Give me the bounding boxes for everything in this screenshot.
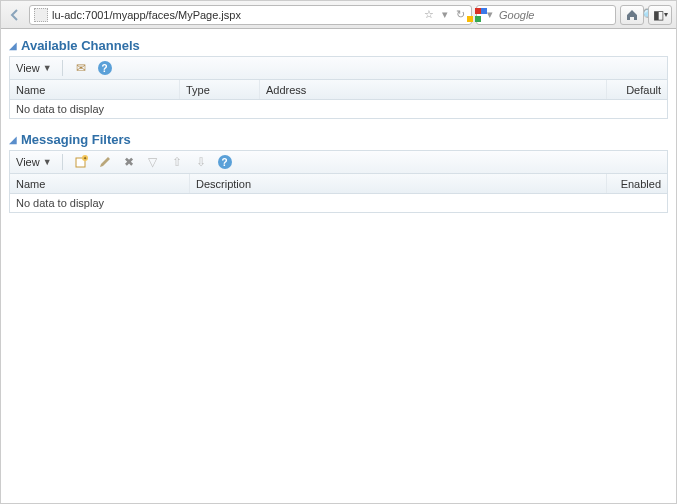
delete-icon[interactable]: ✖: [121, 154, 137, 170]
panel-header: ◢ Messaging Filters: [9, 129, 668, 150]
panel-title: Messaging Filters: [21, 132, 131, 147]
channels-table-body: No data to display: [9, 100, 668, 119]
channels-column-headers: Name Type Address Default: [9, 80, 668, 100]
move-up-icon: ⇧: [169, 154, 185, 170]
channels-toolbar: View ▼ ✉ ?: [9, 56, 668, 80]
panel-header: ◢ Available Channels: [9, 35, 668, 56]
create-icon[interactable]: ✦: [73, 154, 89, 170]
bookmarks-button[interactable]: ◧▾: [648, 5, 672, 25]
browser-toolbar: ☆ ▾ ↻ ▾ 🔍 ◧▾: [1, 1, 676, 29]
help-icon: ?: [98, 61, 112, 75]
available-channels-panel: ◢ Available Channels View ▼ ✉ ? Name Typ…: [9, 35, 668, 119]
separator: [62, 60, 63, 76]
separator: [62, 154, 63, 170]
empty-message: No data to display: [16, 197, 104, 209]
url-bar[interactable]: ☆ ▾ ↻: [29, 5, 472, 25]
filter-icon: ▽: [145, 154, 161, 170]
filters-table-body: No data to display: [9, 194, 668, 213]
column-address[interactable]: Address: [260, 80, 607, 99]
column-type[interactable]: Type: [180, 80, 260, 99]
help-icon: ?: [218, 155, 232, 169]
column-default[interactable]: Default: [607, 80, 667, 99]
filters-toolbar: View ▼ ✦ ✖ ▽ ⇧ ⇩ ?: [9, 150, 668, 174]
column-name[interactable]: Name: [10, 80, 180, 99]
filters-column-headers: Name Description Enabled: [9, 174, 668, 194]
column-enabled[interactable]: Enabled: [607, 174, 667, 193]
site-identity-icon: [34, 8, 48, 22]
search-input[interactable]: [499, 9, 638, 21]
search-bar[interactable]: ▾ 🔍: [476, 5, 616, 25]
edit-icon[interactable]: [97, 154, 113, 170]
move-down-icon: ⇩: [193, 154, 209, 170]
url-input[interactable]: [52, 9, 418, 21]
home-button[interactable]: [620, 5, 644, 25]
disclose-icon[interactable]: ◢: [9, 40, 17, 51]
page-content: ◢ Available Channels View ▼ ✉ ? Name Typ…: [1, 29, 676, 229]
panel-title: Available Channels: [21, 38, 140, 53]
view-menu-label: View: [16, 156, 40, 168]
history-dropdown-icon[interactable]: ▾: [440, 8, 450, 21]
view-menu-label: View: [16, 62, 40, 74]
back-button[interactable]: [5, 5, 25, 25]
reload-button[interactable]: ↻: [454, 8, 467, 21]
column-description[interactable]: Description: [190, 174, 607, 193]
view-menu[interactable]: View ▼: [16, 62, 52, 74]
column-name[interactable]: Name: [10, 174, 190, 193]
svg-text:✦: ✦: [83, 155, 87, 161]
chevron-down-icon: ▼: [43, 63, 52, 73]
view-menu[interactable]: View ▼: [16, 156, 52, 168]
disclose-icon[interactable]: ◢: [9, 134, 17, 145]
mail-icon[interactable]: ✉: [73, 60, 89, 76]
help-button[interactable]: ?: [217, 154, 233, 170]
chevron-down-icon: ▼: [43, 157, 52, 167]
empty-message: No data to display: [16, 103, 104, 115]
messaging-filters-panel: ◢ Messaging Filters View ▼ ✦ ✖ ▽ ⇧ ⇩ ? N…: [9, 129, 668, 213]
bookmark-star-icon[interactable]: ☆: [422, 8, 436, 21]
help-button[interactable]: ?: [97, 60, 113, 76]
